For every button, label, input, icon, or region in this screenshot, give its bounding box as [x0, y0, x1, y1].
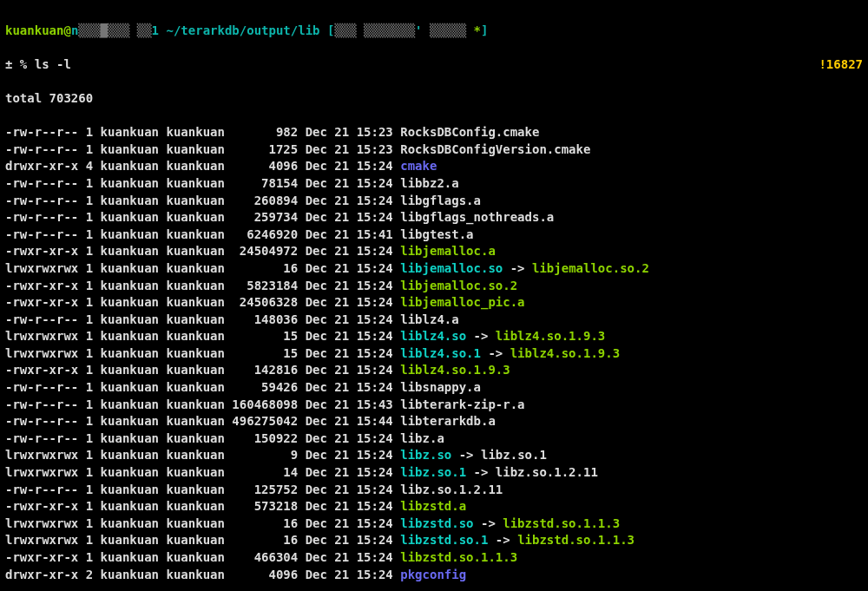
file-group: kuankuan	[166, 465, 224, 479]
file-links: 1	[86, 142, 93, 156]
file-group: kuankuan	[166, 363, 224, 377]
file-date: Dec 21 15:24	[306, 210, 393, 224]
file-group: kuankuan	[166, 346, 224, 360]
file-links: 1	[86, 414, 93, 428]
file-date: Dec 21 15:24	[306, 295, 393, 309]
file-group: kuankuan	[166, 499, 224, 513]
prompt-branch-close: ]	[481, 23, 488, 37]
file-name: libz.so	[400, 448, 451, 462]
file-size: 496275042	[232, 414, 298, 428]
file-links: 2	[86, 568, 93, 581]
file-owner: kuankuan	[101, 550, 159, 564]
file-name: libz.a	[400, 431, 444, 445]
file-group: kuankuan	[166, 279, 224, 292]
file-permissions: -rw-r--r--	[5, 380, 78, 394]
prompt-line: kuankuan@n▒▒▒█▒▒▒ ▒▒1 ~/terarkdb/output/…	[5, 23, 863, 40]
file-permissions: -rw-r--r--	[5, 142, 78, 156]
file-size: 150922	[232, 431, 298, 445]
file-row: drwxr-xr-x 4 kuankuan kuankuan 4096 Dec …	[5, 158, 863, 175]
file-links: 1	[86, 516, 93, 530]
file-size: 59426	[232, 380, 298, 394]
file-row: -rwxr-xr-x 1 kuankuan kuankuan 466304 De…	[5, 549, 863, 567]
file-row: -rw-r--r-- 1 kuankuan kuankuan 259734 De…	[5, 209, 863, 227]
file-permissions: lrwxrwxrwx	[5, 465, 78, 479]
file-name: liblz4.a	[400, 312, 458, 326]
file-row: lrwxrwxrwx 1 kuankuan kuankuan 14 Dec 21…	[5, 464, 863, 482]
file-date: Dec 21 15:24	[306, 346, 393, 360]
symlink-target: libz.so.1	[481, 448, 547, 462]
file-date: Dec 21 15:24	[306, 329, 393, 343]
file-group: kuankuan	[166, 210, 224, 224]
file-group: kuankuan	[166, 142, 224, 156]
file-links: 1	[86, 194, 93, 207]
file-date: Dec 21 15:24	[306, 380, 393, 394]
file-permissions: -rw-r--r--	[5, 397, 78, 411]
file-owner: kuankuan	[101, 346, 159, 360]
file-date: Dec 21 15:24	[306, 483, 393, 496]
file-name: libzstd.so	[400, 516, 473, 530]
file-size: 142816	[232, 363, 298, 377]
command-line[interactable]: ± % ls -l!16827	[5, 56, 863, 74]
file-row: -rwxr-xr-x 1 kuankuan kuankuan 142816 De…	[5, 362, 863, 379]
file-links: 1	[86, 295, 93, 309]
file-links: 1	[86, 397, 93, 411]
file-date: Dec 21 15:23	[306, 142, 393, 156]
file-permissions: drwxr-xr-x	[5, 159, 78, 173]
file-links: 1	[86, 210, 93, 224]
prompt-user: kuankuan	[5, 23, 63, 37]
file-group: kuankuan	[166, 568, 224, 581]
file-links: 1	[86, 363, 93, 377]
file-owner: kuankuan	[101, 279, 159, 292]
file-row: lrwxrwxrwx 1 kuankuan kuankuan 16 Dec 21…	[5, 532, 863, 549]
file-permissions: -rw-r--r--	[5, 227, 78, 241]
file-date: Dec 21 15:24	[306, 516, 393, 530]
file-size: 148036	[232, 312, 298, 326]
prompt-branch: ▒▒▒ ▒▒▒▒▒▒▒	[334, 23, 415, 37]
file-group: kuankuan	[166, 550, 224, 564]
file-group: kuankuan	[166, 312, 224, 326]
file-date: Dec 21 15:24	[306, 244, 393, 258]
file-permissions: lrwxrwxrwx	[5, 448, 78, 462]
symlink-arrow: ->	[488, 533, 517, 547]
file-owner: kuankuan	[101, 483, 159, 496]
file-links: 1	[86, 465, 93, 479]
file-row: lrwxrwxrwx 1 kuankuan kuankuan 15 Dec 21…	[5, 345, 863, 363]
prompt-branch-hidden: ▒▒▒▒▒	[423, 23, 467, 37]
file-size: 982	[232, 125, 298, 139]
file-name: libz.so.1.2.11	[400, 483, 503, 496]
file-group: kuankuan	[166, 397, 224, 411]
file-links: 1	[86, 261, 93, 275]
symlink-target: libzstd.so.1.1.3	[503, 516, 620, 530]
file-links: 1	[86, 312, 93, 326]
file-group: kuankuan	[166, 380, 224, 394]
file-permissions: lrwxrwxrwx	[5, 516, 78, 530]
symlink-target: libzstd.so.1.1.3	[517, 533, 635, 547]
file-name: libz.so.1	[400, 465, 466, 479]
file-row: -rw-r--r-- 1 kuankuan kuankuan 59426 Dec…	[5, 379, 863, 397]
file-owner: kuankuan	[101, 295, 159, 309]
file-size: 15	[232, 329, 298, 343]
command-text: ls -l	[35, 57, 71, 71]
file-group: kuankuan	[166, 159, 224, 173]
prompt-sigil: ± %	[5, 57, 27, 71]
prompt-host-hidden: ▒▒▒█▒▒▒ ▒▒	[78, 23, 151, 37]
file-name: RocksDBConfig.cmake	[400, 125, 539, 139]
file-group: kuankuan	[166, 414, 224, 428]
file-permissions: -rw-r--r--	[5, 194, 78, 207]
file-permissions: -rwxr-xr-x	[5, 550, 78, 564]
symlink-arrow: ->	[466, 465, 496, 479]
file-size: 16	[232, 516, 298, 530]
terminal[interactable]: kuankuan@n▒▒▒█▒▒▒ ▒▒1 ~/terarkdb/output/…	[0, 0, 868, 591]
file-size: 14	[232, 465, 298, 479]
file-date: Dec 21 15:44	[306, 414, 393, 428]
file-date: Dec 21 15:24	[306, 176, 393, 190]
file-date: Dec 21 15:24	[306, 159, 393, 173]
file-owner: kuankuan	[101, 414, 159, 428]
file-name: cmake	[400, 159, 437, 173]
file-name: libterarkdb.a	[400, 414, 496, 428]
file-date: Dec 21 15:23	[306, 125, 393, 139]
file-size: 260894	[232, 194, 298, 207]
file-size: 24504972	[232, 244, 298, 258]
file-group: kuankuan	[166, 448, 224, 462]
file-size: 1725	[232, 142, 298, 156]
